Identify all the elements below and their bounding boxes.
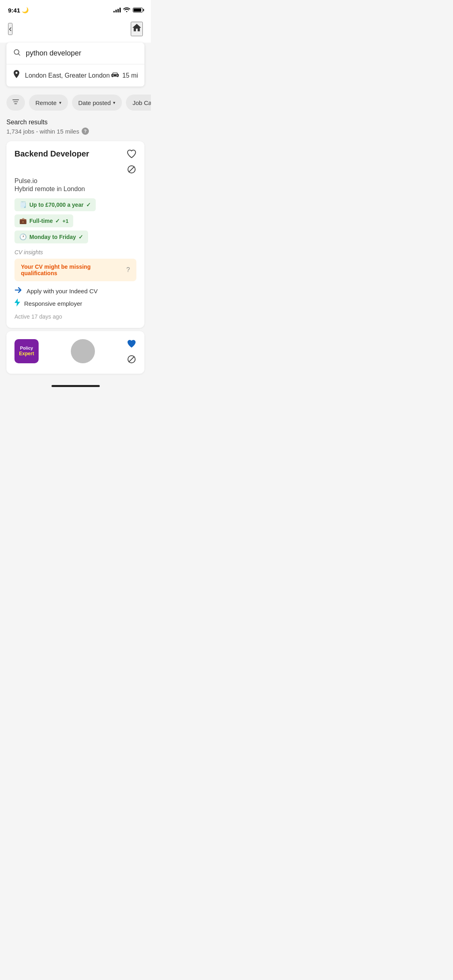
nav-bar: ‹ [0,18,151,43]
distance-text: 15 mi [122,72,138,79]
svg-line-5 [129,167,134,172]
salary-check: ✓ [86,202,91,208]
save-job2-button[interactable] [127,339,136,350]
schedule-icon: 🕐 [19,233,27,241]
responsive-text: Responsive employer [24,300,82,307]
company-logo: Policy Expert [14,339,39,363]
apply-text: Apply with your Indeed CV [27,288,98,294]
jobtype-icon: 💼 [19,217,27,224]
home-indicator [0,382,151,393]
active-label: Active 17 days ago [14,313,136,320]
jobtype-tag-row: 💼 Full-time ✓ +1 [14,214,136,227]
moon-icon: 🌙 [22,7,29,13]
card2-center [39,339,127,363]
filter-bar: Remote ▾ Date posted ▾ Job Cate… ▾ [0,91,151,114]
jobtype-tag: 💼 Full-time ✓ +1 [14,214,73,227]
gray-placeholder [71,339,95,363]
help-icon[interactable]: ? [82,128,89,135]
results-title: Search results [6,119,144,126]
signal-icon [113,8,121,12]
wifi-icon [123,7,130,13]
location-row[interactable]: London East, Greater London 15 mi [6,64,144,86]
chevron-down-icon: ▾ [59,100,62,105]
lightning-icon [14,299,20,309]
schedule-tag: 🕐 Monday to Friday ✓ [14,231,88,243]
job-title: Backend Developer [14,149,127,159]
filter-remote-button[interactable]: Remote ▾ [29,95,68,111]
schedule-label: Monday to Friday [29,234,76,240]
filter-date-label: Date posted [78,99,111,106]
job-card-1[interactable]: Backend Developer Pulse.io Hybrid remote… [6,141,144,328]
car-icon [111,72,119,79]
jobtype-check: ✓ [55,218,60,224]
block-job-button[interactable] [127,165,136,176]
home-icon [132,25,142,35]
search-results-header: Search results 1,734 jobs - within 15 mi… [0,114,151,138]
job-company: Pulse.io [14,177,136,185]
save-job-button[interactable] [127,149,136,160]
job-card-2[interactable]: Policy Expert [6,331,144,374]
schedule-check: ✓ [78,234,83,240]
card2-actions [127,339,136,366]
filter-settings-button[interactable] [6,95,25,111]
jobtype-label: Full-time [29,218,53,224]
svg-line-7 [129,356,134,362]
chevron-down-icon: ▾ [113,100,115,105]
block-job2-button[interactable] [127,354,136,366]
search-container: python developer London East, Greater Lo… [6,43,144,86]
home-bar [51,385,100,387]
status-icons [113,7,143,13]
search-row[interactable]: python developer [6,43,144,64]
distance-wrap: 15 mi [111,72,138,79]
filter-category-button[interactable]: Job Cate… ▾ [126,95,151,111]
filter-category-label: Job Cate… [132,99,151,106]
salary-icon: 🗒️ [19,201,27,208]
schedule-tag-row: 🕐 Monday to Friday ✓ [14,231,136,243]
indeed-arrow-icon [14,287,23,295]
apply-row[interactable]: Apply with your Indeed CV [14,287,136,295]
filter-remote-label: Remote [35,99,57,106]
battery-icon [133,8,143,12]
jobtype-extra: +1 [62,218,68,224]
salary-tag-row: 🗒️ Up to £70,000 a year ✓ [14,198,136,211]
job-location: Hybrid remote in London [14,185,136,193]
search-icon [13,48,21,58]
salary-label: Up to £70,000 a year [29,202,84,208]
search-query: python developer [26,49,81,58]
status-time: 9:41 [8,7,20,14]
job-card-header: Backend Developer [14,149,136,176]
location-icon [13,70,20,81]
cv-question-icon[interactable]: ? [126,266,130,274]
cv-warning-banner[interactable]: Your CV might be missing qualifications … [14,259,136,281]
back-button[interactable]: ‹ [8,23,12,35]
card-actions [127,149,136,176]
home-button[interactable] [131,22,143,36]
filter-date-button[interactable]: Date posted ▾ [72,95,122,111]
location-text: London East, Greater London [25,72,111,79]
results-count: 1,734 jobs - within 15 miles ? [6,128,144,135]
policy-expert-logo: Policy Expert [14,339,39,363]
salary-tag: 🗒️ Up to £70,000 a year ✓ [14,198,96,211]
settings-icon [12,99,19,107]
cv-insights-label: CV insights [14,249,136,255]
responsive-row: Responsive employer [14,299,136,309]
cv-warning-text: Your CV might be missing qualifications [21,264,123,276]
status-bar: 9:41 🌙 [0,0,151,18]
